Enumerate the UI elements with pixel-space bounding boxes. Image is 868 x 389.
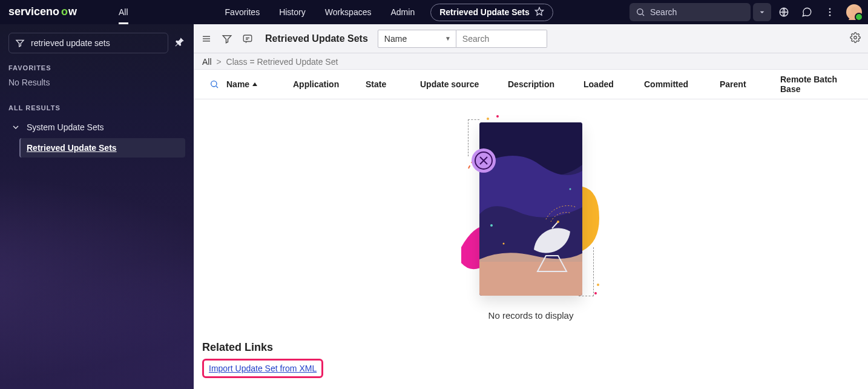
column-search-icon[interactable] bbox=[202, 79, 226, 89]
chevron-down-icon: ▼ bbox=[445, 35, 451, 42]
brand-logo[interactable]: serviceno o w bbox=[6, 6, 105, 18]
import-update-set-link[interactable]: Import Update Set from XML bbox=[209, 364, 317, 373]
search-scope-dropdown[interactable] bbox=[753, 3, 771, 21]
column-header-description[interactable]: Description bbox=[508, 79, 584, 89]
empty-state: No records to display bbox=[194, 99, 868, 335]
column-headers: Name Application State Update source Des… bbox=[194, 69, 868, 99]
empty-state-illustration bbox=[461, 114, 600, 302]
svg-point-15 bbox=[854, 36, 857, 39]
column-label: Description bbox=[508, 79, 554, 89]
nav-tab-admin[interactable]: Admin bbox=[382, 0, 423, 24]
nav-tab-label: Workspaces bbox=[325, 7, 372, 17]
favorites-section-label: FAVORITES bbox=[8, 64, 185, 71]
svg-point-9 bbox=[829, 15, 831, 16]
svg-line-17 bbox=[216, 86, 218, 88]
column-header-state[interactable]: State bbox=[366, 79, 420, 89]
column-label: Update source bbox=[420, 79, 479, 89]
svg-line-5 bbox=[642, 14, 644, 16]
svg-point-28 bbox=[557, 221, 559, 223]
list-search-input[interactable] bbox=[456, 30, 547, 48]
all-results-section-label: ALL RESULTS bbox=[8, 104, 185, 111]
chat-icon[interactable] bbox=[797, 2, 817, 22]
nav-tab-all[interactable]: All bbox=[110, 0, 137, 24]
navigator-tree: System Update Sets Retrieved Update Sets bbox=[8, 119, 185, 158]
avatar[interactable] bbox=[846, 4, 862, 20]
svg-point-7 bbox=[829, 8, 831, 10]
sort-asc-icon bbox=[252, 81, 258, 87]
svg-rect-26 bbox=[479, 259, 582, 296]
pin-icon[interactable] bbox=[174, 36, 185, 50]
svg-point-10 bbox=[851, 7, 857, 13]
svg-point-21 bbox=[594, 292, 597, 294]
column-header-remote-batch-base[interactable]: Remote Batch Base bbox=[780, 75, 860, 94]
tree-child-retrieved-update-sets[interactable]: Retrieved Update Sets bbox=[19, 138, 185, 158]
svg-rect-14 bbox=[243, 35, 252, 42]
breadcrumb-condition[interactable]: Class = Retrieved Update Set bbox=[226, 57, 338, 67]
column-label: Loaded bbox=[584, 79, 614, 89]
search-icon bbox=[636, 7, 645, 17]
svg-point-19 bbox=[496, 115, 499, 118]
svg-point-24 bbox=[503, 243, 505, 245]
search-scope-group: Name ▼ bbox=[378, 30, 547, 48]
filter-icon bbox=[15, 38, 25, 48]
nav-tab-label: Admin bbox=[390, 7, 415, 17]
globe-icon[interactable] bbox=[774, 2, 794, 22]
tree-child-label: Retrieved Update Sets bbox=[27, 143, 117, 153]
svg-point-4 bbox=[637, 9, 643, 15]
column-label: Name bbox=[226, 79, 249, 89]
primary-nav: All bbox=[110, 0, 137, 24]
svg-point-23 bbox=[490, 224, 493, 227]
column-header-parent[interactable]: Parent bbox=[720, 79, 780, 89]
svg-point-8 bbox=[829, 12, 831, 13]
list-title: Retrieved Update Sets bbox=[265, 33, 368, 44]
app-header: serviceno o w All Favorites History Work… bbox=[0, 0, 868, 24]
nav-tab-label: History bbox=[279, 7, 306, 17]
app-body: retrieved update sets FAVORITES No Resul… bbox=[0, 24, 868, 389]
global-search[interactable]: Search bbox=[630, 3, 751, 21]
related-links-heading: Related Links bbox=[202, 341, 860, 354]
main-content: Retrieved Update Sets Name ▼ All > Class… bbox=[194, 24, 868, 389]
empty-state-message: No records to display bbox=[488, 310, 574, 321]
nav-tab-label: Favorites bbox=[225, 7, 260, 17]
svg-point-18 bbox=[487, 118, 489, 120]
svg-point-16 bbox=[211, 81, 217, 87]
tree-parent-label: System Update Sets bbox=[27, 122, 104, 132]
navigator-filter[interactable]: retrieved update sets bbox=[8, 33, 168, 53]
nav-tab-workspaces[interactable]: Workspaces bbox=[317, 0, 380, 24]
svg-text:w: w bbox=[68, 6, 77, 18]
svg-text:serviceno: serviceno bbox=[8, 6, 59, 18]
column-label: Committed bbox=[644, 79, 688, 89]
column-label: Remote Batch Base bbox=[780, 75, 837, 94]
header-right: Search bbox=[630, 2, 862, 22]
column-label: State bbox=[366, 79, 386, 89]
svg-point-20 bbox=[597, 284, 599, 286]
more-icon[interactable] bbox=[820, 2, 840, 22]
navigator-sidebar: retrieved update sets FAVORITES No Resul… bbox=[0, 24, 194, 389]
favorites-empty: No Results bbox=[8, 78, 185, 87]
search-field-select[interactable]: Name ▼ bbox=[378, 30, 456, 48]
column-header-update-source[interactable]: Update source bbox=[420, 79, 508, 89]
nav-tab-favorites[interactable]: Favorites bbox=[217, 0, 269, 24]
filter-toggle-icon[interactable] bbox=[222, 33, 232, 44]
related-links: Related Links Import Update Set from XML bbox=[194, 335, 868, 389]
list-settings-icon[interactable] bbox=[850, 35, 861, 45]
list-toolbar: Retrieved Update Sets Name ▼ bbox=[194, 24, 868, 53]
column-header-committed[interactable]: Committed bbox=[644, 79, 720, 89]
context-pill[interactable]: Retrieved Update Sets bbox=[430, 4, 553, 21]
column-label: Application bbox=[293, 79, 339, 89]
column-header-loaded[interactable]: Loaded bbox=[584, 79, 644, 89]
column-label: Parent bbox=[720, 79, 746, 89]
list-menu-icon[interactable] bbox=[201, 33, 212, 44]
secondary-nav: Favorites History Workspaces Admin bbox=[217, 0, 424, 24]
breadcrumb-root[interactable]: All bbox=[202, 57, 212, 67]
nav-tab-history[interactable]: History bbox=[271, 0, 314, 24]
column-header-name[interactable]: Name bbox=[226, 79, 293, 89]
tree-parent-system-update-sets[interactable]: System Update Sets bbox=[8, 119, 185, 136]
column-header-application[interactable]: Application bbox=[293, 79, 366, 89]
search-field-value: Name bbox=[384, 34, 407, 44]
global-search-placeholder: Search bbox=[650, 7, 677, 17]
nav-tab-label: All bbox=[119, 7, 128, 17]
activity-stream-icon[interactable] bbox=[242, 33, 253, 44]
svg-marker-3 bbox=[535, 7, 543, 15]
star-icon[interactable] bbox=[534, 7, 544, 18]
